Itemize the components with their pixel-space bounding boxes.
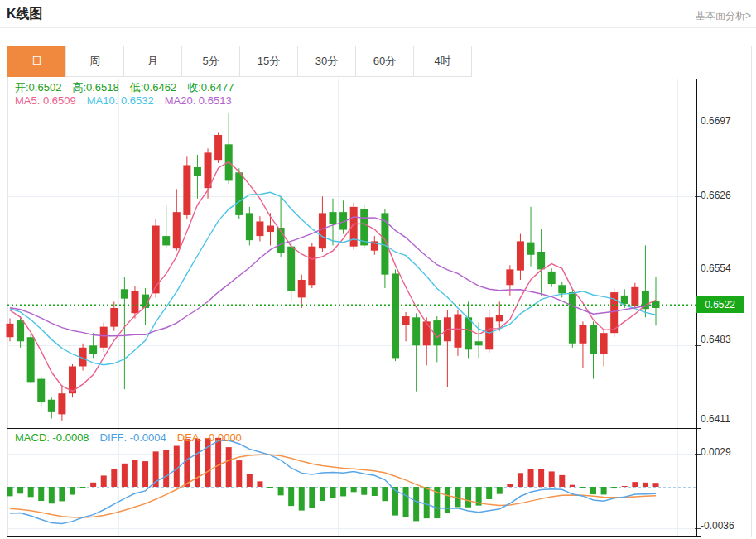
candle-body: [631, 287, 638, 306]
candle-body: [58, 393, 65, 414]
price-axis-label: 0.6697: [701, 115, 731, 127]
candle-body: [360, 209, 368, 245]
candle-body: [89, 345, 97, 354]
candle-body: [465, 317, 472, 349]
candle-body: [110, 308, 118, 327]
candle-body: [214, 135, 222, 160]
candle-body: [100, 327, 108, 348]
candle-body: [131, 291, 138, 313]
tab-60min[interactable]: 60分: [355, 46, 414, 77]
tab-15min[interactable]: 15分: [239, 46, 298, 77]
candle-body: [506, 269, 513, 285]
diff-line: [10, 440, 656, 523]
tab-5min[interactable]: 5分: [181, 46, 240, 77]
tab-month[interactable]: 月: [123, 46, 182, 77]
price-axis-label: 0.6483: [701, 334, 731, 345]
candles: [7, 113, 660, 421]
candle-body: [17, 320, 24, 341]
candle-body: [308, 247, 315, 286]
close-value: 收:0.6477: [187, 81, 234, 94]
tab-4hour[interactable]: 4时: [413, 46, 472, 77]
candle-body: [194, 167, 201, 176]
candle-body: [621, 296, 628, 304]
candle-body: [287, 247, 295, 291]
tab-day[interactable]: 日: [7, 46, 66, 77]
candle-body: [48, 400, 55, 412]
macd-axis-label: 0.0029: [701, 446, 731, 458]
ma20-value: MA20: 0.6513: [165, 94, 232, 107]
title-divider: [0, 27, 756, 28]
macd-legend: MACD: -0.0008DIFF: -0.0004DEA: -0.0000: [15, 431, 253, 444]
candle-body: [205, 152, 212, 188]
candle-body: [558, 285, 566, 293]
candle-body: [454, 315, 461, 348]
candle-body: [256, 221, 263, 236]
open-value: 开:0.6502: [15, 81, 61, 94]
period-tabbar: 日 周 月 5分 15分 30分 60分 4时: [7, 46, 472, 77]
pane-borders: [7, 79, 701, 537]
candle-body: [7, 324, 14, 337]
price-axis-label: 0.6411: [701, 413, 730, 425]
candle-body: [423, 321, 431, 345]
candle-body: [392, 273, 399, 358]
candle-body: [496, 315, 503, 322]
candle-body: [402, 316, 410, 325]
candle-body: [162, 236, 170, 245]
candle-body: [267, 226, 274, 233]
candle-body: [319, 213, 326, 248]
page-title: K线图: [7, 6, 43, 23]
tab-week[interactable]: 周: [65, 46, 124, 77]
candle-body: [330, 212, 337, 224]
macd-value: MACD: -0.0008: [15, 431, 89, 444]
ma5-value: MA5: 0.6509: [15, 94, 76, 107]
candle-body: [27, 337, 35, 382]
macd-axis-label: -0.0036: [701, 520, 734, 532]
tab-30min[interactable]: 30分: [297, 46, 356, 77]
candle-body: [537, 252, 545, 269]
dea-value: DEA: -0.0000: [177, 431, 242, 444]
grid-lines: [7, 79, 701, 537]
candle-body: [579, 325, 586, 344]
candle-body: [381, 213, 388, 274]
price-axis-label: 0.6626: [701, 190, 731, 201]
candle-body: [517, 241, 524, 270]
candle-body: [183, 165, 190, 214]
candle-body: [298, 280, 306, 297]
candle-body: [37, 379, 45, 402]
candle-body: [527, 243, 535, 255]
candle-body: [548, 272, 556, 284]
diff-value: DIFF: -0.0004: [100, 431, 166, 444]
candle-body: [121, 289, 128, 298]
ma10-value: MA10: 0.6532: [87, 94, 154, 107]
kline-chart-canvas[interactable]: [0, 79, 756, 539]
candle-body: [590, 325, 597, 354]
high-value: 高:0.6518: [72, 81, 118, 94]
candle-body: [246, 213, 253, 240]
fundamental-analysis-link[interactable]: 基本面分析>: [696, 9, 751, 23]
candle-body: [173, 212, 181, 248]
price-axis-label: 0.6554: [701, 262, 731, 274]
candle-body: [569, 292, 576, 344]
current-price-badge: 0.6522: [696, 296, 744, 313]
candle-body: [235, 172, 243, 215]
ma-legend: MA5: 0.6509MA10: 0.6532MA20: 0.6513: [15, 94, 243, 107]
ohlc-legend: 开:0.6502高:0.6518低:0.6462收:0.6477: [15, 80, 245, 95]
candle-body: [600, 333, 608, 354]
low-value: 低:0.6462: [130, 81, 176, 94]
candle-body: [412, 317, 420, 345]
candle-body: [475, 341, 483, 345]
